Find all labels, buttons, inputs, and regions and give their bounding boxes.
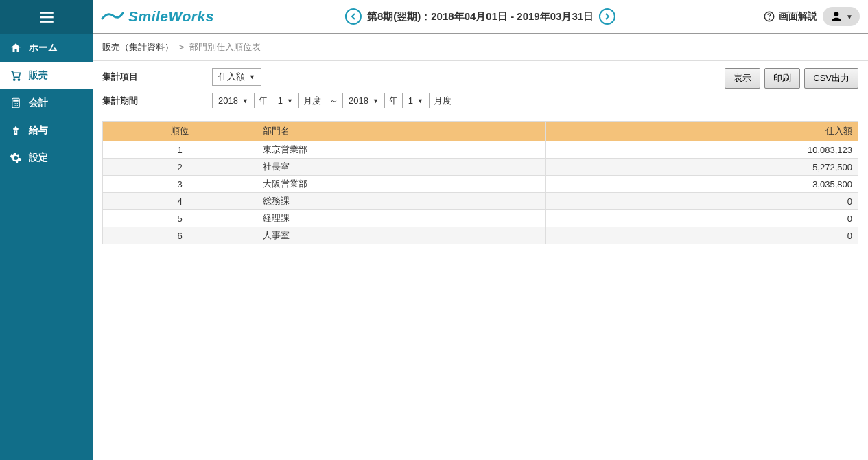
svg-point-12	[17, 105, 19, 106]
svg-point-8	[15, 103, 16, 104]
logo-text: SmileWorks	[128, 8, 214, 25]
table-row: 6人事室0	[103, 227, 858, 244]
cell-rank: 4	[103, 193, 257, 210]
menu-toggle[interactable]	[0, 0, 93, 34]
logo: SmileWorks	[101, 8, 214, 25]
to-year-select[interactable]: 2018▼	[342, 93, 385, 108]
sidebar-item-label: ホーム	[29, 42, 58, 54]
table-row: 4総務課0	[103, 193, 858, 210]
content: 集計項目 仕入額 ▼ 集計期間 2018▼ 年 1▼ 月度 ～ 2018▼	[93, 61, 868, 251]
th-amount: 仕入額	[546, 122, 858, 141]
svg-point-3	[14, 79, 15, 80]
print-button[interactable]: 印刷	[764, 68, 800, 89]
chevron-down-icon: ▼	[846, 13, 853, 21]
breadcrumb-parent[interactable]: 販売（集計資料）	[102, 42, 176, 52]
cell-rank: 3	[103, 176, 257, 193]
cell-dept: 人事室	[257, 227, 546, 244]
cell-dept: 総務課	[257, 193, 546, 210]
user-menu[interactable]: ▼	[823, 7, 860, 26]
money-icon: ¥	[10, 124, 22, 137]
gear-icon	[10, 152, 22, 164]
chevron-down-icon: ▼	[249, 73, 255, 80]
svg-text:¥: ¥	[15, 130, 17, 134]
cell-dept: 経理課	[257, 210, 546, 227]
cell-amount: 3,035,800	[546, 176, 858, 193]
th-rank: 順位	[103, 122, 257, 141]
chevron-down-icon: ▼	[242, 97, 248, 104]
chevron-down-icon: ▼	[373, 97, 379, 104]
help-icon	[763, 10, 775, 23]
sidebar-item-settings[interactable]: 設定	[0, 144, 93, 172]
svg-rect-6	[13, 100, 19, 102]
breadcrumb: 販売（集計資料） > 部門別仕入順位表	[93, 34, 868, 61]
svg-point-9	[17, 103, 19, 104]
svg-point-10	[14, 105, 15, 106]
sidebar-item-label: 設定	[29, 152, 48, 164]
cell-amount: 5,272,500	[546, 159, 858, 176]
sidebar-item-accounting[interactable]: 会計	[0, 89, 93, 117]
chevron-down-icon: ▼	[287, 97, 293, 104]
help-label: 画面解説	[779, 10, 817, 23]
csv-button[interactable]: CSV出力	[804, 68, 858, 89]
results-table: 順位 部門名 仕入額 1東京営業部10,083,1232社長室5,272,500…	[102, 121, 858, 244]
hamburger-icon	[38, 8, 56, 26]
cell-amount: 0	[546, 193, 858, 210]
year-unit: 年	[259, 95, 268, 107]
breadcrumb-separator: >	[179, 42, 185, 52]
header: SmileWorks 第8期(翌期)：2018年04月01日 - 2019年03…	[93, 0, 868, 34]
cell-rank: 5	[103, 210, 257, 227]
period-next-button[interactable]	[599, 8, 615, 25]
cell-rank: 1	[103, 141, 257, 159]
period-label: 第8期(翌期)：2018年04月01日 - 2019年03月31日	[367, 10, 594, 23]
cell-dept: 社長室	[257, 159, 546, 176]
year-unit: 年	[389, 95, 398, 107]
sidebar-item-payroll[interactable]: ¥ 給与	[0, 117, 93, 144]
filter-item-select[interactable]: 仕入額 ▼	[212, 68, 261, 86]
chevron-down-icon: ▼	[417, 97, 423, 104]
svg-point-11	[15, 105, 16, 106]
breadcrumb-current: 部門別仕入順位表	[189, 42, 261, 52]
svg-point-4	[18, 79, 19, 80]
sidebar-item-home[interactable]: ホーム	[0, 34, 93, 62]
table-row: 2社長室5,272,500	[103, 159, 858, 176]
sidebar-item-sales[interactable]: 販売	[0, 62, 93, 89]
sidebar: ホーム 販売 会計 ¥ 給与 設定	[0, 0, 93, 460]
svg-point-16	[834, 12, 839, 16]
user-icon	[830, 10, 843, 23]
cell-dept: 大阪営業部	[257, 176, 546, 193]
action-buttons: 表示 印刷 CSV出力	[725, 68, 858, 89]
home-icon	[10, 42, 22, 54]
month-unit: 月度	[434, 95, 451, 107]
table-row: 5経理課0	[103, 210, 858, 227]
filter-item-label: 集計項目	[102, 71, 212, 83]
filter-period-label: 集計期間	[102, 95, 212, 107]
from-month-select[interactable]: 1▼	[272, 93, 299, 108]
calc-icon	[10, 97, 22, 109]
th-dept: 部門名	[257, 122, 546, 141]
period-prev-button[interactable]	[345, 8, 362, 25]
cell-rank: 6	[103, 227, 257, 244]
period-navigator: 第8期(翌期)：2018年04月01日 - 2019年03月31日	[340, 8, 621, 25]
table-row: 3大阪営業部3,035,800	[103, 176, 858, 193]
logo-icon	[101, 9, 124, 24]
show-button[interactable]: 表示	[725, 68, 760, 89]
cart-icon	[10, 69, 22, 82]
range-separator: ～	[329, 95, 338, 107]
cell-amount: 0	[546, 210, 858, 227]
help-link[interactable]: 画面解説	[763, 10, 817, 23]
sidebar-item-label: 会計	[29, 97, 48, 109]
cell-dept: 東京営業部	[257, 141, 546, 159]
cell-rank: 2	[103, 159, 257, 176]
month-unit: 月度	[303, 95, 321, 107]
sidebar-item-label: 販売	[29, 69, 48, 82]
filter-bar: 集計項目 仕入額 ▼ 集計期間 2018▼ 年 1▼ 月度 ～ 2018▼	[102, 68, 858, 115]
cell-amount: 10,083,123	[546, 141, 858, 159]
svg-point-15	[769, 19, 769, 19]
main-area: SmileWorks 第8期(翌期)：2018年04月01日 - 2019年03…	[93, 0, 868, 460]
from-year-select[interactable]: 2018▼	[212, 93, 255, 108]
to-month-select[interactable]: 1▼	[402, 93, 430, 108]
filter-item-value: 仕入額	[218, 71, 245, 83]
table-row: 1東京営業部10,083,123	[103, 141, 858, 159]
cell-amount: 0	[546, 227, 858, 244]
sidebar-item-label: 給与	[29, 124, 48, 137]
